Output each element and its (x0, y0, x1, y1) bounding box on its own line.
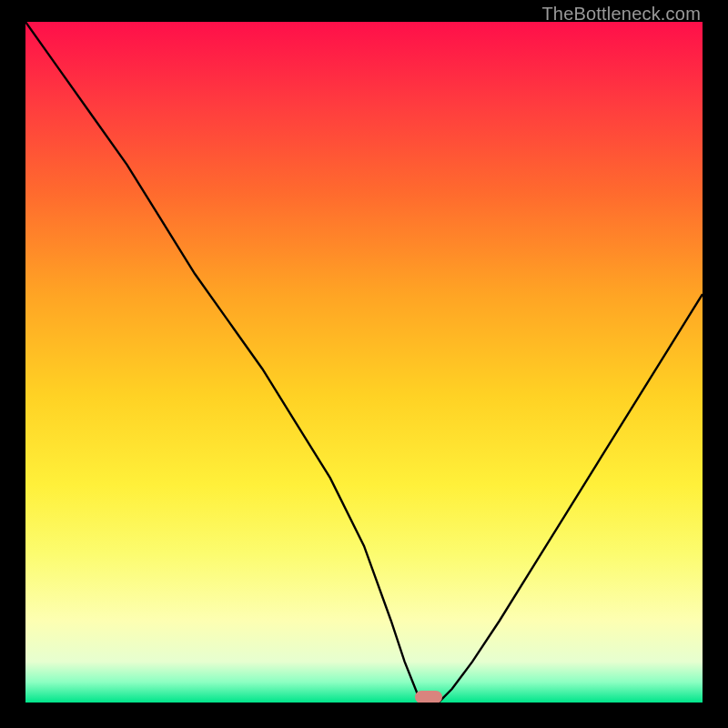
curve-path (25, 22, 703, 703)
plot-area (25, 22, 703, 703)
optimal-point-marker (415, 691, 442, 703)
chart-frame: TheBottleneck.com (0, 0, 728, 728)
bottleneck-curve (25, 22, 703, 703)
